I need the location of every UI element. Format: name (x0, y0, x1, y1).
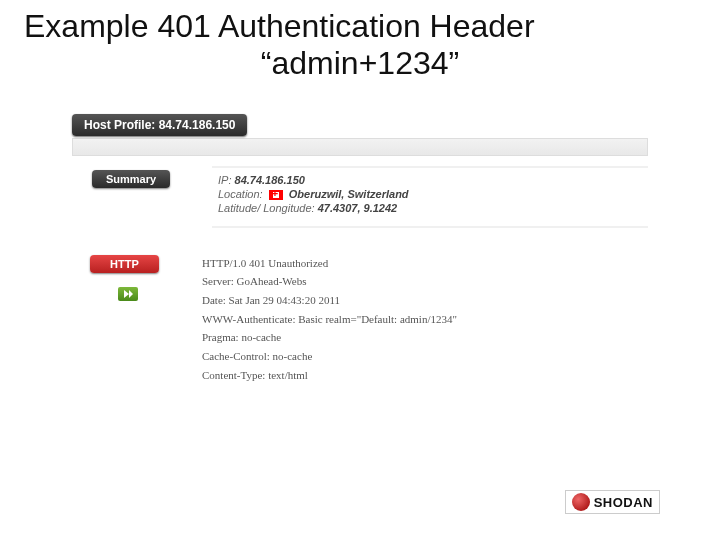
http-badge[interactable]: HTTP (90, 255, 159, 273)
http-header-line: Server: GoAhead-Webs (202, 272, 648, 291)
http-header-line: Cache-Control: no-cache (202, 347, 648, 366)
shodan-footer-badge[interactable]: SHODAN (565, 490, 660, 514)
title-line-1: Example 401 Authentication Header (24, 8, 696, 45)
host-profile-bar: Host Profile: 84.74.186.150 (72, 114, 247, 136)
summary-latlng-row: Latitude/ Longitude: 47.4307, 9.1242 (218, 202, 642, 214)
location-label: Location: (218, 188, 263, 200)
ip-value: 84.74.186.150 (235, 174, 305, 186)
host-profile-panel: Host Profile: 84.74.186.150 Summary IP: … (72, 114, 648, 385)
summary-body: IP: 84.74.186.150 Location: Oberuzwil, S… (212, 166, 648, 228)
http-header-line: Content-Type: text/html (202, 366, 648, 385)
http-header-line: HTTP/1.0 401 Unauthorized (202, 254, 648, 273)
http-header-line: WWW-Authenticate: Basic realm="Default: … (202, 310, 648, 329)
title-line-2: “admin+1234” (24, 45, 696, 82)
tab-summary[interactable]: Summary (92, 170, 170, 188)
slide-title: Example 401 Authentication Header “admin… (24, 8, 696, 82)
expand-arrow-button[interactable] (118, 287, 138, 301)
panel-strip (72, 138, 648, 156)
flag-ch-icon (269, 190, 283, 200)
http-headers-block: HTTP/1.0 401 Unauthorized Server: GoAhea… (202, 254, 648, 385)
http-header-line: Pragma: no-cache (202, 328, 648, 347)
summary-ip-row: IP: 84.74.186.150 (218, 174, 642, 186)
summary-location-row: Location: Oberuzwil, Switzerland (218, 188, 642, 200)
shodan-brand-text: SHODAN (594, 495, 653, 510)
location-value: Oberuzwil, Switzerland (289, 188, 409, 200)
latlng-value: 47.4307, 9.1242 (318, 202, 398, 214)
latlng-label: Latitude/ Longitude: (218, 202, 315, 214)
ip-label: IP: (218, 174, 231, 186)
shodan-globe-icon (572, 493, 590, 511)
http-header-line: Date: Sat Jan 29 04:43:20 2011 (202, 291, 648, 310)
arrow-right-icon (123, 289, 133, 299)
